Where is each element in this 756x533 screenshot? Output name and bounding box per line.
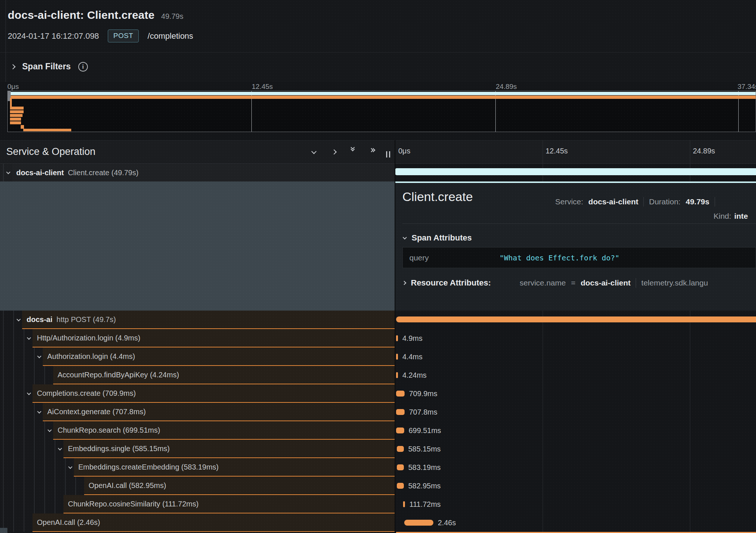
chevron-down-icon[interactable]	[48, 428, 52, 432]
left-edge-border	[6, 0, 6, 82]
row-label: Authorization.login (4.4ms)	[43, 347, 395, 366]
span-bar[interactable]	[396, 409, 405, 415]
trace-viewer: docs-ai-client: Client.create 49.79s 202…	[0, 0, 756, 533]
span-duration-label: 709.9ms	[409, 390, 437, 398]
minimap-span-bar-root	[8, 92, 756, 95]
panel-divider[interactable]	[395, 140, 395, 533]
chevron-down-icon[interactable]	[68, 465, 72, 469]
duration-value: 49.79s	[685, 197, 709, 206]
http-method-badge: POST	[108, 30, 139, 42]
span-bar[interactable]	[396, 335, 398, 341]
operation-name: AccountRepo.findByApiKey (4.24ms)	[58, 371, 179, 379]
row-gutter	[0, 347, 43, 366]
row-label: Completions.create (709.9ms)	[32, 384, 395, 403]
span-filters-chevron-icon[interactable]	[10, 64, 16, 69]
trace-row[interactable]: AccountRepo.findByApiKey (4.24ms)4.24ms	[0, 366, 756, 384]
trace-row[interactable]: Http/Authorization.login (4.9ms)4.9ms	[0, 329, 756, 347]
row-gutter	[0, 366, 53, 384]
panel-resize-handle[interactable]	[386, 151, 390, 158]
trace-row-client-create[interactable]: docs-ai-client Client.create (49.79s)	[0, 164, 756, 181]
trace-row[interactable]: Embeddings.createEmbedding (583.19ms)583…	[0, 458, 756, 477]
operation-name: AiContext.generate (707.8ms)	[47, 408, 146, 416]
minimap-span-bar	[9, 96, 756, 99]
span-bar-client-create[interactable]	[395, 168, 756, 175]
span-bar[interactable]	[397, 483, 404, 489]
expand-one-icon[interactable]	[332, 149, 336, 155]
operation-name: Embeddings.createEmbedding (583.19ms)	[78, 463, 219, 471]
row-gutter	[0, 495, 63, 513]
attribute-row: query "What does Effect.fork do?"	[402, 247, 756, 268]
chevron-down-icon[interactable]	[27, 336, 31, 340]
span-duration-label: 585.15ms	[408, 445, 441, 453]
resource-attributes-title[interactable]: Resource Attributes:	[411, 278, 491, 288]
trace-row[interactable]: OpenAI.call (2.46s)2.46s	[0, 513, 756, 532]
chevron-down-icon[interactable]	[17, 317, 21, 321]
service-name: docs-ai-client	[16, 169, 64, 177]
service-value: docs-ai-client	[588, 197, 638, 206]
chevron-down-icon[interactable]	[6, 170, 10, 174]
trace-row[interactable]: Embeddings.single (585.15ms)585.15ms	[0, 440, 756, 458]
span-bar[interactable]	[396, 372, 398, 378]
page-title: docs-ai-client: Client.create	[8, 9, 155, 21]
span-bar[interactable]	[403, 501, 405, 507]
trace-row[interactable]: ChunkRepo.cosineSimilarity (111.72ms)111…	[0, 495, 756, 513]
trace-row[interactable]: Authorization.login (4.4ms)4.4ms	[0, 347, 756, 366]
span-bar[interactable]	[397, 446, 404, 452]
span-bar[interactable]	[396, 391, 405, 397]
attribute-value: "What does Effect.fork do?"	[499, 253, 619, 262]
operation-name: Http/Authorization.login (4.9ms)	[37, 334, 140, 342]
scrollbar-thumb[interactable]	[0, 528, 7, 533]
span-bar[interactable]	[404, 520, 433, 526]
span-duration-label: 2.46s	[438, 519, 456, 527]
minimap-span-bar	[10, 114, 23, 117]
row-label: Embeddings.single (585.15ms)	[63, 440, 395, 458]
row-label: OpenAI.call (582.95ms)	[84, 477, 395, 495]
row-label: docs-aihttp POST (49.7s)	[22, 311, 395, 329]
row-gutter	[0, 458, 74, 477]
operation-name: Authorization.login (4.4ms)	[47, 352, 135, 361]
row-gutter	[0, 384, 32, 403]
trace-row[interactable]: Completions.create (709.9ms)709.9ms	[0, 384, 756, 403]
minimap-span-bar	[10, 110, 24, 113]
span-bar[interactable]	[397, 464, 404, 470]
collapse-one-icon[interactable]	[312, 149, 315, 155]
operation-name: OpenAI.call (582.95ms)	[89, 481, 166, 490]
trace-row[interactable]: OpenAI.call (582.95ms)582.95ms	[0, 477, 756, 495]
trace-row[interactable]: ChunkRepo.search (699.51ms)699.51ms	[0, 421, 756, 440]
row-label: AiContext.generate (707.8ms)	[43, 403, 395, 421]
span-bar[interactable]	[396, 428, 404, 433]
span-attributes-toggle[interactable]: Span Attributes	[403, 233, 472, 243]
trace-row[interactable]: AiContext.generate (707.8ms)707.8ms	[0, 403, 756, 421]
chevron-down-icon[interactable]	[27, 391, 31, 395]
timeline-tick: 24.89s	[693, 147, 715, 155]
span-duration-label: 4.9ms	[402, 334, 422, 343]
equals-sign: =	[571, 278, 575, 287]
operation-name: ChunkRepo.search (699.51ms)	[58, 426, 160, 435]
chevron-down-icon[interactable]	[37, 409, 41, 413]
minimap-span-bar	[21, 125, 24, 129]
chevron-down-icon	[403, 235, 407, 239]
row-label: docs-ai-client Client.create (49.79s)	[12, 164, 395, 181]
row-label: Embeddings.createEmbedding (583.19ms)	[74, 458, 395, 477]
kind-label: Kind:	[714, 212, 731, 221]
minimap-span-bar	[10, 107, 24, 110]
trace-header: docs-ai-client: Client.create 49.79s 202…	[0, 0, 756, 52]
expand-all-icon[interactable]	[370, 149, 375, 152]
timeline-tick: 0μs	[398, 147, 410, 155]
minimap-tick: 12.45s	[252, 83, 273, 91]
chevron-down-icon[interactable]	[37, 354, 41, 358]
span-duration-label: 111.72ms	[409, 500, 441, 509]
row-label: Http/Authorization.login (4.9ms)	[32, 329, 395, 347]
span-bar[interactable]	[396, 316, 756, 322]
chevron-right-icon[interactable]	[402, 281, 406, 285]
span-filters-label[interactable]: Span Filters	[22, 62, 71, 72]
span-bar[interactable]	[396, 354, 398, 360]
row-label: AccountRepo.findByApiKey (4.24ms)	[53, 366, 395, 384]
chevron-down-icon[interactable]	[58, 446, 62, 450]
trace-row[interactable]: docs-aihttp POST (49.7s)	[0, 311, 756, 329]
timeline-minimap[interactable]	[7, 91, 756, 132]
info-icon[interactable]: i	[78, 62, 88, 72]
divider	[402, 224, 756, 224]
collapse-all-icon[interactable]	[351, 146, 354, 151]
divider	[636, 278, 636, 288]
